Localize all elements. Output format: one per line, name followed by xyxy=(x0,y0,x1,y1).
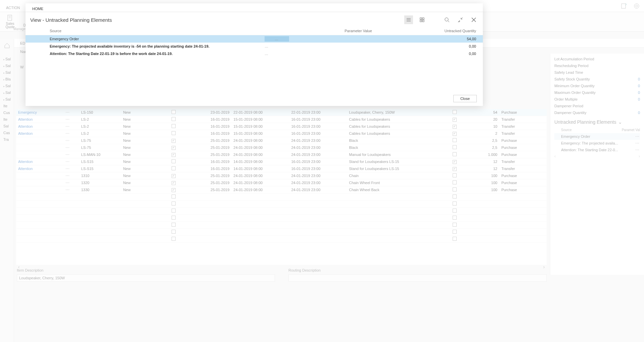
flag-checkbox[interactable] xyxy=(453,216,457,220)
accept-checkbox[interactable] xyxy=(172,188,176,192)
search-icon[interactable] xyxy=(443,15,451,24)
home-icon[interactable] xyxy=(2,41,12,50)
flag-checkbox[interactable] xyxy=(453,160,457,164)
warning-link[interactable]: Emergency xyxy=(18,110,37,114)
col-param-value[interactable]: Parameter Value xyxy=(251,29,432,33)
table-row[interactable]: Attention⋯LS-S15New16-01-201914-01-2019 … xyxy=(16,165,547,172)
flag-checkbox[interactable] xyxy=(453,194,457,198)
warning-link[interactable]: Attention xyxy=(18,124,33,128)
row-menu-icon[interactable]: ⋯ xyxy=(65,180,70,185)
leftnav-item[interactable]: Ite xyxy=(0,116,14,123)
accept-checkbox[interactable] xyxy=(172,153,176,157)
close-button[interactable]: Close xyxy=(453,95,477,102)
accept-checkbox[interactable] xyxy=(172,216,176,220)
row-menu-icon[interactable]: ⋯ xyxy=(65,166,70,171)
flag-checkbox[interactable] xyxy=(453,202,457,206)
warning-link[interactable]: Attention xyxy=(18,167,33,171)
row-menu-icon[interactable]: ⋯ xyxy=(65,173,70,178)
row-menu-icon[interactable]: ⋯ xyxy=(65,131,70,136)
list-view-icon[interactable] xyxy=(404,15,413,24)
tile-view-icon[interactable] xyxy=(418,15,426,24)
leftnav-item[interactable]: Sal xyxy=(0,123,14,129)
leftnav-item[interactable]: Cus xyxy=(0,109,14,116)
accept-checkbox[interactable] xyxy=(172,110,176,114)
warning-link[interactable]: Attention xyxy=(18,131,33,135)
flag-checkbox[interactable] xyxy=(453,167,457,171)
row-menu-icon[interactable]: ⋯ xyxy=(635,134,640,139)
accept-checkbox[interactable] xyxy=(172,146,176,150)
accept-checkbox[interactable] xyxy=(172,117,176,121)
accept-checkbox[interactable] xyxy=(172,166,176,170)
leftnav-item[interactable]: ▸Sal xyxy=(0,62,14,69)
rp-list-item[interactable]: Emergency: The projected availa...⋯ xyxy=(554,140,640,147)
col-source[interactable]: Source xyxy=(50,29,251,33)
row-menu-icon[interactable]: ⋯ xyxy=(65,117,70,122)
close-icon[interactable] xyxy=(469,15,478,24)
table-row-empty[interactable] xyxy=(16,208,547,215)
table-row-empty[interactable] xyxy=(16,236,547,243)
leftnav-item[interactable]: ▸Sal xyxy=(0,89,14,96)
table-row[interactable]: Attention⋯LS-S15New16-01-201914-01-2019 … xyxy=(16,158,547,165)
accept-checkbox[interactable] xyxy=(172,223,176,227)
accept-checkbox[interactable] xyxy=(172,237,176,241)
leftnav-item[interactable]: ▸Sal xyxy=(0,96,14,103)
flag-checkbox[interactable] xyxy=(453,132,457,136)
flag-checkbox[interactable] xyxy=(453,138,457,142)
accept-checkbox[interactable] xyxy=(172,181,176,185)
leftnav-item[interactable]: ▸Sal xyxy=(0,56,14,62)
accept-checkbox[interactable] xyxy=(172,209,176,213)
table-row-empty[interactable] xyxy=(16,229,547,236)
leftnav-item[interactable]: ▸Bla xyxy=(0,76,14,82)
row-menu-icon[interactable]: ⋯ xyxy=(65,145,70,150)
ribbon-tab-action[interactable]: ACTION xyxy=(2,4,24,12)
flag-checkbox[interactable] xyxy=(453,145,457,149)
table-row[interactable]: ⋯LS-MAN-10New25-01-201924-01-2019 08:002… xyxy=(16,151,547,158)
flag-checkbox[interactable] xyxy=(453,209,457,213)
leftnav-item[interactable]: ▸Sal xyxy=(0,69,14,76)
routing-desc-input[interactable] xyxy=(288,274,547,282)
row-menu-icon[interactable]: ⋯ xyxy=(65,110,70,115)
accept-checkbox[interactable] xyxy=(172,174,176,178)
item-desc-input[interactable] xyxy=(17,274,275,282)
modal-tab-home[interactable]: HOME xyxy=(29,6,47,12)
modal-row[interactable]: Attention: The Starting Date 22-01-19 is… xyxy=(26,50,483,57)
accept-checkbox[interactable] xyxy=(172,202,176,206)
table-row[interactable]: ⋯1310New25-01-201924-01-2019 08:0024-01-… xyxy=(16,172,547,179)
table-row[interactable]: Attention⋯LS-2New16-01-201915-01-2019 08… xyxy=(16,123,547,130)
accept-checkbox[interactable] xyxy=(172,159,176,163)
col-untracked-qty[interactable]: Untracked Quantity xyxy=(432,29,476,33)
accept-checkbox[interactable] xyxy=(172,230,176,234)
table-row[interactable]: ⋯LS-75New25-01-201924-01-2019 08:0024-01… xyxy=(16,144,547,151)
table-row[interactable]: Attention⋯LS-2New16-01-201915-01-2019 08… xyxy=(16,130,547,137)
row-menu-icon[interactable]: ⋯ xyxy=(65,138,70,143)
table-row[interactable]: ⋯1330New25-01-201924-01-2019 08:0024-01-… xyxy=(16,186,547,193)
modal-row[interactable]: Emergency: The projected available inven… xyxy=(26,43,483,50)
flag-checkbox[interactable] xyxy=(453,187,457,191)
flag-checkbox[interactable] xyxy=(453,223,457,227)
table-row[interactable]: ⋯1320New25-01-201924-01-2019 08:0024-01-… xyxy=(16,179,547,186)
row-menu-icon[interactable]: ⋯ xyxy=(65,152,70,157)
links-icon[interactable] xyxy=(632,1,641,11)
untracked-heading[interactable]: Untracked Planning Elements⌄ xyxy=(554,116,640,127)
new-note-icon[interactable] xyxy=(619,1,629,11)
row-menu-icon[interactable]: ⋯ xyxy=(65,187,70,192)
row-menu-icon[interactable]: ⋯ xyxy=(65,124,70,129)
leftnav-item[interactable]: Ite xyxy=(0,103,14,109)
warning-link[interactable]: Attention xyxy=(18,117,33,121)
row-menu-icon[interactable]: ⋯ xyxy=(635,141,640,146)
table-row[interactable]: ⋯LS-75New25-01-201924-01-2019 08:0024-01… xyxy=(16,137,547,144)
accept-checkbox[interactable] xyxy=(172,194,176,198)
modal-pv-cell[interactable]: … xyxy=(251,37,432,41)
flag-checkbox[interactable] xyxy=(453,125,457,129)
rp-list-item[interactable]: Attention: The Starting Date 22-0...⋯ xyxy=(554,147,640,153)
table-row-empty[interactable] xyxy=(16,201,547,208)
flag-checkbox[interactable] xyxy=(453,180,457,184)
accept-checkbox[interactable] xyxy=(172,139,176,143)
collapse-icon[interactable] xyxy=(456,15,465,24)
warning-link[interactable]: Attention xyxy=(18,160,33,164)
row-menu-icon[interactable]: ⋯ xyxy=(635,148,640,152)
accept-checkbox[interactable] xyxy=(172,131,176,135)
leftnav-item[interactable]: Tra xyxy=(0,136,14,143)
modal-row[interactable]: Emergency Order…54,00 xyxy=(26,35,483,43)
flag-checkbox[interactable] xyxy=(453,230,457,234)
